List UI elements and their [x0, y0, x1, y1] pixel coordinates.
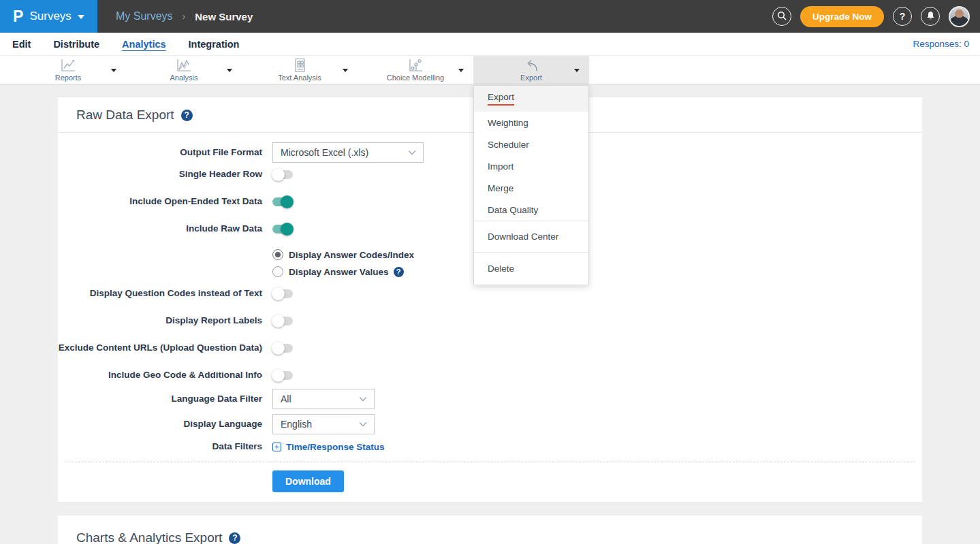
answer-values-radio[interactable] [272, 266, 283, 277]
breadcrumb-my-surveys[interactable]: My Surveys [116, 10, 173, 22]
survey-nav: Edit Distribute Analytics Integration Re… [0, 33, 980, 55]
bell-icon [926, 11, 935, 22]
menu-item-download-center[interactable]: Download Center [474, 221, 588, 252]
language-filter-select[interactable]: All [272, 389, 375, 409]
field-label: Output File Format [58, 146, 262, 159]
breadcrumb-current-survey: New Survey [195, 11, 253, 22]
field-label: Display Language [58, 418, 262, 430]
radio-label: Display Answer Values [289, 267, 389, 277]
chevron-down-icon[interactable] [111, 69, 116, 72]
raw-data-toggle[interactable] [272, 225, 293, 234]
analytics-toolbar: Reports Analysis Text Analysis Choice Mo… [0, 55, 980, 84]
open-ended-toggle[interactable] [272, 197, 293, 206]
geo-code-toggle[interactable] [272, 371, 293, 380]
chevron-down-icon[interactable] [227, 69, 232, 72]
exclude-urls-toggle[interactable] [272, 344, 293, 353]
menu-item-export[interactable]: Export [474, 86, 588, 112]
field-label: Single Header Row [58, 168, 262, 180]
upgrade-now-button[interactable]: Upgrade Now [800, 6, 884, 27]
charts-analytics-export-header: Charts & Analytics Export ? [58, 515, 922, 544]
display-language-select[interactable]: English [272, 414, 375, 434]
toolbar-item-text-analysis[interactable]: Text Analysis [242, 56, 358, 84]
chevron-down-icon [359, 396, 367, 402]
scatter-chart-icon [407, 58, 424, 74]
help-circle-icon[interactable]: ? [181, 110, 193, 121]
chevron-down-icon [359, 421, 367, 427]
download-button[interactable]: Download [272, 470, 344, 492]
question-icon: ? [900, 11, 906, 22]
tab-analytics[interactable]: Analytics [122, 39, 165, 50]
selected-value: All [281, 394, 291, 404]
search-button[interactable] [772, 7, 791, 26]
chevron-down-icon [408, 150, 416, 155]
field-label: Display Report Labels [58, 315, 262, 327]
toolbar-item-choice-modelling[interactable]: Choice Modelling [358, 56, 473, 84]
field-label: Exclude Content URLs (Upload Question Da… [58, 342, 262, 354]
export-arrow-icon [522, 58, 540, 74]
report-labels-row: Display Report Labels [58, 314, 922, 327]
time-response-status-link[interactable]: + Time/Response Status [272, 442, 385, 452]
toolbar-item-export[interactable]: Export [473, 56, 589, 84]
selected-value: Microsoft Excel (.xls) [281, 147, 368, 158]
chevron-down-icon[interactable] [574, 69, 580, 72]
toolbar-item-label: Analysis [170, 74, 198, 82]
topbar-actions: Upgrade Now ? [772, 6, 980, 27]
user-avatar[interactable] [949, 6, 970, 27]
geo-code-row: Include Geo Code & Additional Info [58, 368, 922, 382]
search-icon [777, 11, 787, 22]
link-label: Time/Response Status [286, 442, 385, 452]
menu-item-import[interactable]: Import [474, 155, 588, 177]
menu-item-delete[interactable]: Delete [474, 252, 588, 285]
help-circle-icon[interactable]: ? [394, 267, 404, 277]
charts-analytics-export-card: Charts & Analytics Export ? [58, 515, 922, 544]
field-label: Display Question Codes instead of Text [58, 287, 262, 300]
chevron-down-icon [78, 15, 84, 19]
chevron-down-icon[interactable] [343, 69, 348, 72]
menu-item-scheduler[interactable]: Scheduler [474, 133, 588, 155]
topbar: P Surveys My Surveys › New Survey Upgrad… [0, 0, 980, 33]
line-chart-icon [59, 58, 77, 74]
questionpro-logo-icon: P [13, 9, 23, 25]
toolbar-item-label: Export [520, 74, 542, 82]
menu-item-weighting[interactable]: Weighting [474, 112, 588, 133]
trend-chart-icon [175, 58, 193, 74]
tab-edit[interactable]: Edit [12, 39, 31, 50]
help-button[interactable]: ? [893, 7, 912, 26]
export-dropdown-menu: Export Weighting Scheduler Import Merge … [473, 85, 589, 285]
toolbar-item-analysis[interactable]: Analysis [126, 56, 242, 84]
help-circle-icon[interactable]: ? [229, 532, 240, 544]
toolbar-item-label: Text Analysis [278, 74, 321, 82]
breadcrumb-separator-icon: › [183, 11, 186, 22]
field-label: Include Open-Ended Text Data [58, 195, 262, 208]
menu-item-merge[interactable]: Merge [474, 177, 588, 199]
tab-distribute[interactable]: Distribute [53, 39, 99, 50]
question-codes-toggle[interactable] [272, 289, 293, 298]
toolbar-item-label: Reports [55, 74, 82, 82]
language-filter-row: Language Data Filter All [58, 389, 922, 409]
chevron-down-icon[interactable] [458, 69, 464, 72]
output-file-format-select[interactable]: Microsoft Excel (.xls) [272, 142, 424, 163]
display-language-row: Display Language English [58, 414, 922, 434]
notifications-button[interactable] [921, 7, 940, 26]
section-title: Charts & Analytics Export [76, 530, 222, 544]
product-name: Surveys [29, 10, 71, 23]
product-switcher[interactable]: P Surveys [0, 0, 97, 33]
report-labels-toggle[interactable] [272, 317, 293, 325]
page-title: Raw Data Export [76, 108, 174, 123]
data-filters-row: Data Filters + Time/Response Status [58, 440, 922, 453]
answer-codes-radio[interactable] [272, 249, 283, 260]
document-grid-icon [291, 58, 309, 74]
plus-square-icon: + [272, 443, 281, 451]
exclude-urls-row: Exclude Content URLs (Upload Question Da… [58, 341, 922, 355]
download-row: Download [58, 462, 922, 494]
tab-integration[interactable]: Integration [189, 39, 240, 50]
toolbar-item-reports[interactable]: Reports [10, 56, 126, 84]
question-codes-row: Display Question Codes instead of Text [58, 287, 922, 300]
radio-label: Display Answer Codes/Index [289, 250, 414, 260]
single-header-toggle[interactable] [272, 170, 293, 179]
toolbar-item-label: Choice Modelling [387, 74, 444, 82]
responses-count[interactable]: Responses: 0 [913, 39, 969, 49]
menu-item-data-quality[interactable]: Data Quality [474, 199, 588, 221]
field-label: Include Geo Code & Additional Info [58, 369, 262, 381]
field-label: Include Raw Data [58, 223, 262, 235]
